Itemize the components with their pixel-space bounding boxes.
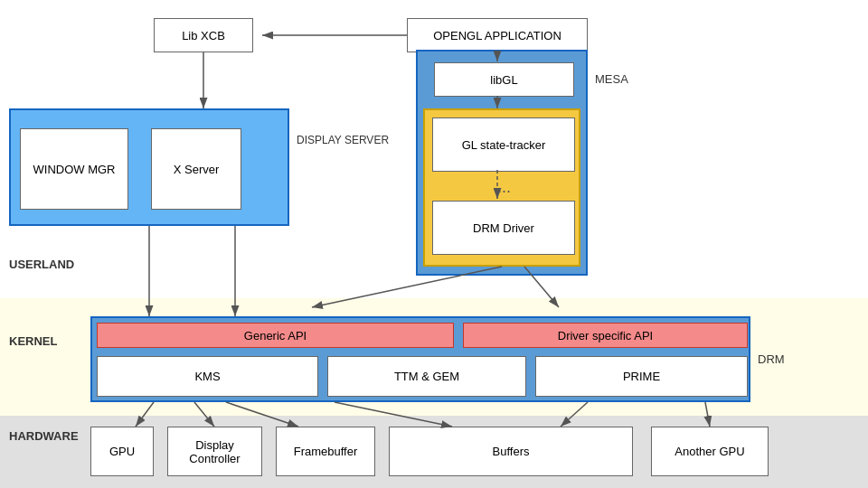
diagram: USERLAND KERNEL HARDWARE Lib XCB OPENGL …: [0, 0, 868, 488]
buffers-label: Buffers: [493, 445, 530, 458]
libgl-label: libGL: [490, 73, 517, 87]
gpu-label: GPU: [109, 445, 135, 458]
driver-specific-api-box: Driver specific API: [463, 323, 748, 348]
display-server-label: DISPLAY SERVER: [297, 134, 389, 146]
driver-specific-api-label: Driver specific API: [558, 329, 653, 343]
userland-label: USERLAND: [9, 258, 74, 271]
prime-label: PRIME: [623, 370, 660, 383]
display-controller-box: Display Controller: [167, 427, 262, 476]
libxcb-box: Lib XCB: [154, 18, 253, 52]
buffers-box: Buffers: [389, 427, 633, 476]
opengl-app-box: OPENGL APPLICATION: [407, 18, 588, 52]
x-server-label: X Server: [174, 163, 220, 176]
drm-kernel-container: Generic API Driver specific API KMS TTM …: [90, 316, 750, 402]
display-server-container: WINDOW MGR X Server: [9, 108, 289, 226]
mesa-label: MESA: [595, 72, 628, 86]
opengl-app-label: OPENGL APPLICATION: [433, 29, 561, 42]
libxcb-label: Lib XCB: [182, 29, 225, 42]
drm-driver-label: DRM Driver: [473, 221, 534, 235]
window-mgr-label: WINDOW MGR: [33, 163, 116, 176]
hardware-label: HARDWARE: [9, 429, 79, 443]
framebuffer-box: Framebuffer: [276, 427, 375, 476]
drm-label: DRM: [758, 352, 785, 366]
kms-label: KMS: [194, 370, 220, 383]
gl-state-tracker-label: GL state-tracker: [462, 138, 546, 152]
prime-box: PRIME: [535, 356, 748, 397]
another-gpu-label: Another GPU: [675, 445, 744, 458]
another-gpu-box: Another GPU: [651, 427, 769, 476]
kernel-label: KERNEL: [9, 334, 57, 348]
framebuffer-label: Framebuffer: [294, 445, 358, 458]
gpu-box: GPU: [90, 427, 154, 476]
kms-box: KMS: [97, 356, 318, 397]
dots: ...: [497, 178, 511, 197]
generic-api-label: Generic API: [244, 329, 307, 343]
mesa-inner: GL state-tracker ... DRM Driver: [423, 108, 580, 267]
gl-state-tracker-box: GL state-tracker: [432, 117, 575, 172]
libgl-box: libGL: [434, 62, 574, 97]
ttm-gem-label: TTM & GEM: [394, 370, 459, 383]
x-server-box: X Server: [151, 128, 241, 210]
display-controller-label: Display Controller: [189, 438, 240, 465]
drm-driver-box: DRM Driver: [432, 201, 575, 255]
generic-api-box: Generic API: [97, 323, 454, 348]
window-mgr-box: WINDOW MGR: [20, 128, 128, 210]
ttm-gem-box: TTM & GEM: [327, 356, 526, 397]
